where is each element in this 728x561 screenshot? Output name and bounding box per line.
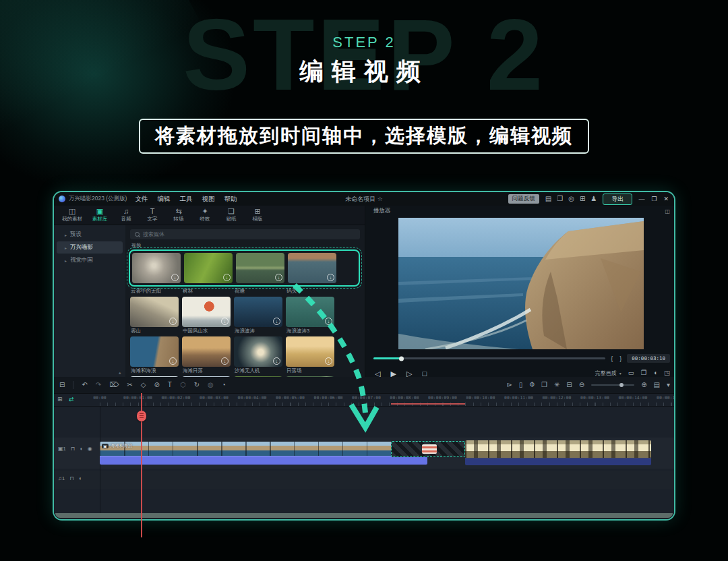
media-thumbnail-golden-field[interactable]: ↓ (286, 336, 334, 367)
mark-in-icon[interactable]: { (609, 355, 614, 362)
media-thumbnail-mist-mountain[interactable]: ↓ (130, 297, 179, 327)
media-thumbnail-ink-painting[interactable]: ↓ (182, 297, 231, 327)
clip2-audio-bar[interactable] (465, 459, 651, 465)
split-icon[interactable]: ✂ (127, 382, 132, 388)
tab-文字[interactable]: T 文字 (144, 208, 161, 223)
media-thumbnail-dark-sea[interactable]: ↓ (234, 297, 282, 327)
search-input[interactable]: 搜索媒体 (130, 229, 360, 239)
mute-icon[interactable]: ◖ (80, 446, 83, 452)
render-preview-icon[interactable]: ⊳ (506, 382, 512, 388)
timeline-clip-beach[interactable]: ▣ 海滩和海浪 (100, 442, 392, 456)
volume-icon[interactable]: ◖ (653, 370, 657, 376)
download-icon[interactable]: ↓ (273, 318, 280, 325)
timeline-ruler[interactable]: ⊞ ⇄ 00:0000:00:01:0000:00:02:0000:00:03:… (54, 394, 675, 407)
audio-lane[interactable] (54, 471, 675, 489)
playhead-handle[interactable] (137, 411, 146, 421)
zoom-knob[interactable] (619, 383, 624, 387)
media-thumbnail-forest[interactable]: ↓ (184, 253, 233, 283)
motion-track-icon[interactable]: ⬡ (180, 382, 186, 388)
download-icon[interactable]: ↓ (273, 357, 280, 365)
media-thumbnail-teal-sea[interactable]: ↓ (286, 297, 334, 327)
sidebar-item-视觉中国[interactable]: ▸ 视觉中国 (57, 254, 123, 266)
media-thumbnail-sun-reflection[interactable]: ↓ (234, 336, 282, 367)
cloud-icon[interactable]: ◎ (568, 196, 574, 202)
lock-icon[interactable]: ⊓ (69, 475, 73, 481)
menu-item[interactable]: 帮助 (224, 195, 237, 204)
aspect-ratio-icon[interactable]: ◫ (665, 208, 670, 214)
audio-track-icon[interactable]: ♫1 (58, 475, 65, 481)
favorite-star-icon[interactable]: ☆ (377, 196, 383, 202)
timeline-zoom-slider[interactable] (591, 384, 634, 386)
keyframe-icon[interactable]: ◇ (141, 382, 146, 388)
settings-icon[interactable]: ✳ (554, 382, 559, 388)
display-mode-icon[interactable]: ▭ (628, 370, 634, 376)
menu-item[interactable]: 文件 (135, 195, 148, 204)
seek-bar[interactable] (373, 357, 605, 359)
close-button[interactable]: ✕ (663, 196, 669, 202)
media-thumbnail-fog-sun[interactable]: ↓ (132, 253, 181, 283)
menu-item[interactable]: 工具 (179, 195, 192, 204)
track-height-icon[interactable]: ▤ (654, 382, 660, 388)
lock-icon[interactable]: ⊓ (71, 446, 75, 452)
snapshot-frame-icon[interactable]: ❐ (541, 382, 547, 388)
tab-素材库[interactable]: ▣ 素材库 (91, 208, 109, 223)
redo-icon[interactable]: ↷ (96, 382, 101, 388)
tab-模版[interactable]: ⊞ 模版 (249, 208, 266, 223)
video-preview[interactable] (398, 218, 644, 349)
clip-audio-bar[interactable] (100, 456, 427, 465)
save-icon[interactable]: ❐ (557, 196, 563, 202)
tab-音频[interactable]: ♫ 音频 (117, 208, 135, 223)
download-icon[interactable]: ↓ (171, 274, 179, 281)
undo-icon[interactable]: ↶ (82, 382, 87, 388)
download-icon[interactable]: ↓ (275, 274, 282, 281)
track-manager-icon[interactable]: ⊟ (59, 382, 65, 388)
transition-marker[interactable] (422, 444, 437, 454)
download-icon[interactable]: ↓ (169, 318, 177, 325)
mark-out-icon[interactable]: } (618, 355, 623, 362)
timeline-clip-surfer[interactable] (465, 440, 651, 458)
download-icon[interactable]: ↓ (169, 357, 177, 365)
fit-timeline-icon[interactable]: ⊟ (566, 382, 572, 388)
media-thumbnail-pond[interactable]: ↓ (236, 253, 284, 283)
tab-特效[interactable]: ✦ 特效 (196, 208, 214, 223)
link-clips-icon[interactable]: ⇄ (69, 396, 74, 403)
feedback-button[interactable]: 问题反馈 (508, 194, 539, 204)
phone-mirror-icon[interactable]: ▯ (519, 382, 523, 388)
video-track-icon[interactable]: ▣1 (58, 446, 66, 452)
magnet-icon[interactable]: ⊘ (154, 382, 159, 388)
account-icon[interactable]: ♟ (590, 196, 597, 202)
voiceover-icon[interactable]: Ф (529, 382, 535, 388)
zoom-in-icon[interactable]: ⊕ (641, 382, 646, 388)
media-manage-icon[interactable]: ⊞ (57, 396, 63, 403)
seek-knob[interactable] (399, 356, 404, 361)
menu-item[interactable]: 视图 (202, 195, 214, 204)
menu-item[interactable]: 编辑 (157, 195, 170, 204)
speed-icon[interactable]: ◔ (222, 382, 226, 388)
sidebar-item-预设[interactable]: ▸ 预设 (57, 229, 123, 241)
download-icon[interactable]: ↓ (325, 318, 332, 325)
minimize-button[interactable]: — (638, 196, 644, 202)
download-icon[interactable]: ↓ (325, 357, 332, 365)
record-icon[interactable]: ↻ (194, 382, 200, 388)
mute-icon[interactable]: ◖ (78, 475, 82, 481)
export-button[interactable]: 导出 (603, 194, 632, 205)
restore-button[interactable]: ❐ (651, 196, 657, 202)
zoom-out-icon[interactable]: ⊖ (579, 382, 584, 388)
sidebar-item-万兴喵影[interactable]: ▸ 万兴喵影 (57, 241, 123, 254)
tab-贴纸[interactable]: ❏ 贴纸 (222, 208, 240, 223)
grid-icon[interactable]: ⊞ (580, 196, 585, 202)
workspace-icon[interactable]: ▤ (545, 196, 551, 202)
delete-icon[interactable]: ⌦ (109, 382, 119, 388)
mask-icon[interactable]: ◍ (208, 382, 214, 388)
fullscreen-icon[interactable]: ◳ (664, 370, 670, 376)
media-thumbnail-cliff-sea[interactable]: ↓ (130, 336, 179, 367)
quality-dropdown[interactable]: 完整画质 ▾ (595, 370, 621, 377)
tab-我的素材[interactable]: ◫ 我的素材 (62, 208, 82, 223)
tab-转场[interactable]: ⇆ 转场 (170, 208, 187, 223)
download-icon[interactable]: ↓ (221, 357, 229, 365)
track-height-chevron-icon[interactable]: ▾ (667, 382, 670, 388)
media-thumbnail-sunset-beach[interactable]: ↓ (182, 336, 231, 367)
media-thumbnail-harbor[interactable]: ↓ (288, 253, 336, 283)
download-icon[interactable]: ↓ (327, 274, 334, 281)
text-tool-icon[interactable]: T (168, 382, 172, 388)
